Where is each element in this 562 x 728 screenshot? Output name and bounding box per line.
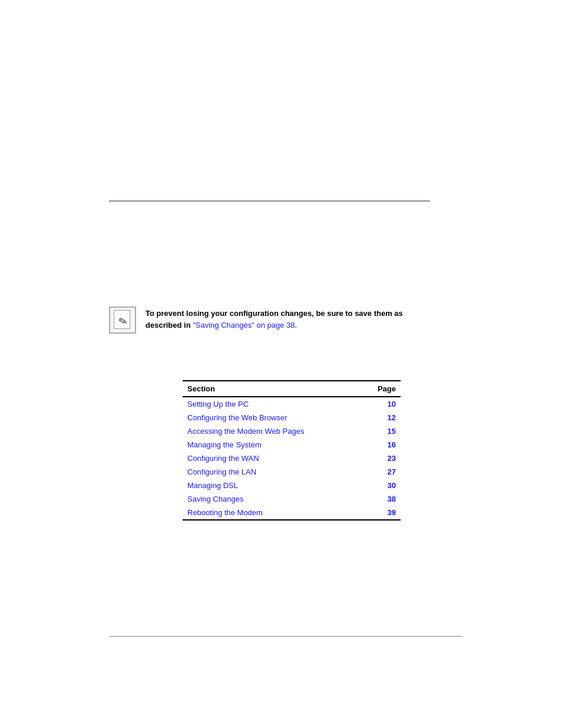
toc-row-link[interactable]: Accessing the Modem Web Pages: [187, 427, 304, 436]
toc-row-link[interactable]: Configuring the WAN: [187, 454, 259, 463]
toc-row-label[interactable]: Setting Up the PC: [183, 397, 361, 411]
toc-row-label[interactable]: Managing DSL: [183, 479, 361, 492]
toc-row-page-link[interactable]: 15: [388, 427, 396, 436]
toc-row-link[interactable]: Managing DSL: [187, 481, 238, 490]
toc-row-page: 15: [361, 424, 401, 438]
toc-row: Managing the System16: [183, 438, 401, 452]
toc-row-page-link[interactable]: 12: [388, 413, 396, 422]
toc-row-label[interactable]: Managing the System: [183, 438, 361, 452]
col-section: Section: [183, 381, 361, 397]
toc-row: Rebooting the Modem39: [183, 506, 401, 520]
note-icon: [109, 307, 136, 334]
toc-row-label[interactable]: Accessing the Modem Web Pages: [183, 424, 361, 438]
toc-row-page: 39: [361, 506, 401, 520]
page-container: To prevent losing your configuration cha…: [0, 0, 562, 728]
note-text: To prevent losing your configuration cha…: [146, 307, 439, 331]
toc-row-page-link[interactable]: 23: [388, 454, 396, 463]
toc-row: Accessing the Modem Web Pages15: [183, 424, 401, 438]
toc-header-row: Section Page: [183, 381, 401, 397]
toc-row: Configuring the LAN27: [183, 465, 401, 479]
toc-row-page: 27: [361, 465, 401, 479]
toc-body: Setting Up the PC10Configuring the Web B…: [183, 397, 401, 520]
toc-row-link[interactable]: Managing the System: [187, 440, 262, 449]
toc-row-page-link[interactable]: 16: [388, 440, 396, 449]
toc-row-page-link[interactable]: 39: [388, 508, 396, 517]
toc-row-page-link[interactable]: 10: [388, 400, 396, 409]
toc-container: Section Page Setting Up the PC10Configur…: [183, 380, 401, 523]
note-area: To prevent losing your configuration cha…: [109, 307, 439, 334]
toc-row: Managing DSL30: [183, 479, 401, 492]
toc-row-link[interactable]: Configuring the Web Browser: [187, 413, 287, 422]
toc-row-page-link[interactable]: 27: [388, 467, 396, 476]
toc-row-label[interactable]: Saving Changes: [183, 492, 361, 506]
toc-header: Section Page: [183, 381, 401, 397]
bottom-rule: [109, 636, 462, 637]
toc-footer: [183, 520, 401, 523]
toc-row-label[interactable]: Rebooting the Modem: [183, 506, 361, 520]
toc-table: Section Page Setting Up the PC10Configur…: [183, 380, 401, 523]
toc-row-label[interactable]: Configuring the Web Browser: [183, 411, 361, 424]
top-rule: [109, 200, 430, 202]
note-end-text: .: [295, 321, 297, 330]
toc-row: Configuring the WAN23: [183, 452, 401, 465]
toc-row-page-link[interactable]: 30: [388, 481, 396, 490]
toc-row: Configuring the Web Browser12: [183, 411, 401, 424]
toc-row-link[interactable]: Saving Changes: [187, 495, 243, 503]
toc-row-page: 16: [361, 438, 401, 452]
toc-row: Setting Up the PC10: [183, 397, 401, 411]
toc-footer-row: [183, 520, 401, 523]
toc-row: Saving Changes38: [183, 492, 401, 506]
note-link[interactable]: "Saving Changes" on page 38: [193, 321, 295, 330]
col-page: Page: [361, 381, 401, 397]
toc-row-label[interactable]: Configuring the WAN: [183, 452, 361, 465]
toc-row-page: 23: [361, 452, 401, 465]
toc-row-link[interactable]: Setting Up the PC: [187, 400, 249, 409]
toc-row-page-link[interactable]: 38: [388, 495, 396, 503]
toc-row-label[interactable]: Configuring the LAN: [183, 465, 361, 479]
toc-row-page: 38: [361, 492, 401, 506]
toc-row-page: 12: [361, 411, 401, 424]
toc-row-page: 10: [361, 397, 401, 411]
toc-row-link[interactable]: Configuring the LAN: [187, 467, 256, 476]
toc-row-link[interactable]: Rebooting the Modem: [187, 508, 263, 517]
toc-row-page: 30: [361, 479, 401, 492]
